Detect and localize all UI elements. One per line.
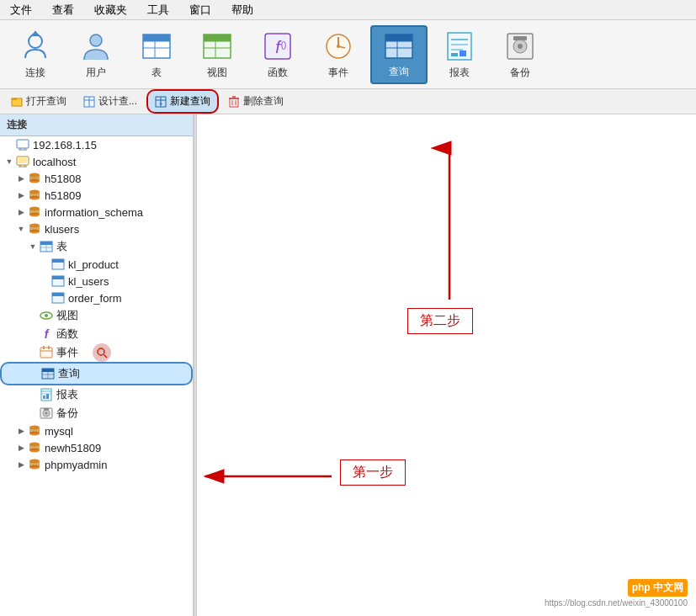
label-backup: 备份 [56, 406, 78, 421]
svg-point-33 [518, 44, 523, 49]
toggle-h51808[interactable]: ▶ [15, 173, 27, 184]
db-icon-info-schema [27, 205, 42, 219]
report-icon [441, 29, 478, 64]
svg-point-59 [29, 179, 40, 183]
sidebar-item-tables[interactable]: ▼ 表 [0, 237, 193, 256]
sidebar-item-h51809[interactable]: ▶ h51809 [0, 187, 193, 204]
menu-file[interactable]: 文件 [7, 1, 35, 19]
sidebar-item-events[interactable]: ▶ 事件 [0, 343, 193, 362]
svg-point-66 [29, 213, 40, 217]
menu-window[interactable]: 窗口 [186, 1, 215, 19]
toggle-192[interactable] [3, 139, 15, 151]
svg-point-2 [90, 35, 102, 46]
toolbar-user-button[interactable]: 用户 [67, 25, 125, 84]
toolbar-event-button[interactable]: 事件 [310, 25, 367, 84]
sidebar-item-funcs[interactable]: ▶ f 函数 [0, 325, 193, 343]
toolbar-query-button[interactable]: 查询 [370, 25, 428, 84]
toolbar-view-button[interactable]: 视图 [189, 25, 246, 84]
svg-text:+: + [159, 100, 163, 108]
toggle-info-schema[interactable]: ▶ [15, 206, 27, 218]
label-info-schema: information_schema [45, 206, 143, 219]
sidebar-item-reports[interactable]: ▶ 报表 [0, 385, 193, 404]
toggle-mysql[interactable]: ▶ [15, 425, 27, 437]
conn-icon-localhost [15, 155, 30, 168]
sidebar-item-phpmyadmin[interactable]: ▶ phpmyadmin [0, 456, 193, 473]
sidebar-item-views[interactable]: ▶ 视图 [0, 306, 193, 325]
db-icon-phpmyadmin [27, 458, 42, 471]
annotation-layer [197, 114, 696, 616]
sidebar-item-klusers[interactable]: ▼ klusers [0, 220, 193, 237]
svg-rect-75 [52, 259, 64, 263]
sidebar-item-localhost[interactable]: ▼ localhost [0, 153, 193, 170]
svg-rect-71 [40, 242, 52, 245]
sidebar-item-queries[interactable]: ▶ 查询 [0, 362, 193, 385]
backup-tree-icon [39, 406, 54, 420]
query-icon [380, 29, 417, 63]
open-query-button[interactable]: 打开查询 [3, 90, 74, 113]
svg-rect-77 [52, 276, 64, 279]
label-reports: 报表 [56, 387, 78, 402]
toggle-h51809[interactable]: ▶ [15, 189, 27, 201]
sidebar-item-mysql[interactable]: ▶ mysql [0, 422, 193, 439]
label-klusers: klusers [45, 223, 79, 236]
sidebar-item-newh51809[interactable]: ▶ newh51809 [0, 439, 193, 456]
design-query-button[interactable]: 设计查... [76, 90, 145, 113]
svg-point-81 [45, 314, 48, 317]
sidebar-item-backup[interactable]: ▶ 备份 [0, 404, 193, 422]
svg-rect-100 [44, 408, 49, 411]
new-query-button[interactable]: + 新建查询 [146, 89, 219, 114]
sidebar-item-h51808[interactable]: ▶ h51808 [0, 170, 193, 187]
label-192: 192.168.1.15 [33, 139, 97, 151]
queries-icon [40, 367, 56, 380]
label-phpmyadmin: phpmyadmin [45, 459, 107, 471]
new-query-label: 新建查询 [170, 94, 210, 109]
toggle-localhost[interactable]: ▼ [3, 156, 15, 167]
connect-label: 连接 [25, 66, 45, 80]
toggle-newh51809[interactable]: ▶ [15, 442, 27, 454]
svg-line-87 [104, 354, 107, 358]
open-query-label: 打开查询 [26, 94, 66, 109]
funcs-icon: f [39, 327, 54, 341]
toolbar-connect-button[interactable]: 连接 [7, 25, 64, 84]
toolbar-table-button[interactable]: 表 [128, 25, 185, 84]
svg-point-0 [29, 35, 42, 48]
sidebar-item-kl-product[interactable]: ▶ kl_product [0, 256, 193, 273]
svg-rect-60 [29, 178, 40, 178]
menu-view[interactable]: 查看 [49, 1, 77, 19]
db-icon-h51808 [27, 172, 42, 185]
toolbar-report-button[interactable]: 报表 [431, 25, 488, 84]
svg-rect-94 [46, 394, 49, 399]
toggle-klusers[interactable]: ▼ [15, 223, 27, 235]
toolbar-backup-button[interactable]: 备份 [491, 25, 549, 84]
events-icon [39, 346, 54, 359]
backup-label: 备份 [510, 66, 530, 80]
toolbar-func-button[interactable]: f () 函数 [249, 25, 306, 84]
user-label: 用户 [86, 66, 106, 80]
table-icon-kl-users [50, 274, 66, 288]
svg-point-103 [29, 432, 40, 436]
view-label: 视图 [207, 66, 227, 80]
table-icon [138, 29, 175, 64]
sidebar-item-order-form[interactable]: ▶ order_form [0, 289, 193, 306]
toggle-phpmyadmin[interactable]: ▶ [15, 459, 27, 470]
label-newh51809: newh51809 [45, 442, 101, 454]
delete-query-button[interactable]: 删除查询 [220, 90, 291, 113]
toggle-tables[interactable]: ▼ [27, 241, 39, 252]
sidebar-item-kl-users[interactable]: ▶ kl_users [0, 273, 193, 289]
svg-point-109 [29, 465, 40, 470]
event-label: 事件 [328, 66, 348, 80]
sidebar-item-192[interactable]: 192.168.1.15 [0, 136, 193, 153]
sidebar-header: 连接 [0, 114, 193, 136]
sidebar-item-info-schema[interactable]: ▶ information_schema [0, 204, 193, 220]
open-icon [11, 96, 23, 108]
report-label: 报表 [449, 66, 470, 80]
views-icon [39, 309, 54, 322]
query-label: 查询 [389, 65, 409, 79]
menu-help[interactable]: 帮助 [228, 1, 257, 19]
label-order-form: order_form [68, 292, 122, 305]
design-icon [83, 96, 95, 108]
watermark-logo: php 中文网 [628, 579, 688, 597]
menu-favorites[interactable]: 收藏夹 [91, 1, 130, 19]
menu-tools[interactable]: 工具 [144, 1, 173, 19]
right-panel: 第一步 第二步 [197, 114, 696, 616]
